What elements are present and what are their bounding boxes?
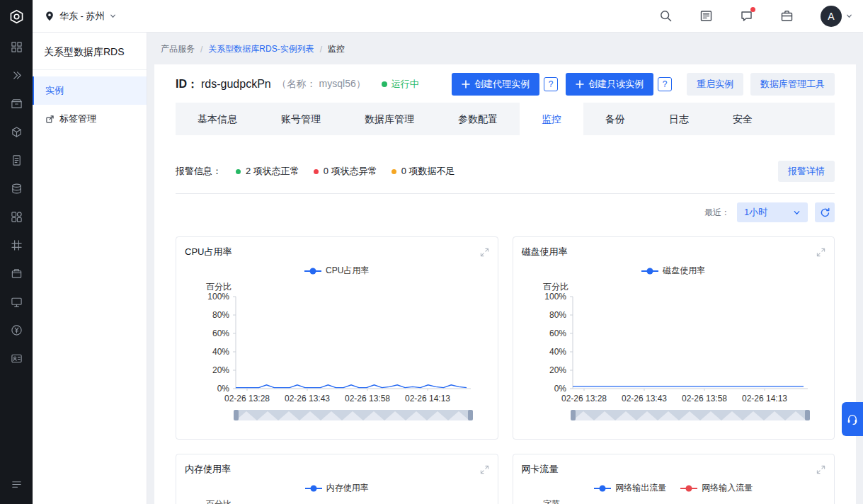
svg-text:02-26 13:28: 02-26 13:28 — [561, 394, 606, 403]
product-sidebar: 关系型数据库RDS 实例 标签管理 — [33, 33, 147, 504]
instance-actions: 创建代理实例 ? 创建只读实例 ? 重启实例 数据库管理工具 — [452, 73, 835, 96]
legend-item[interactable]: 内存使用率 — [305, 482, 369, 494]
tab-parameter-config[interactable]: 参数配置 — [436, 103, 520, 135]
tab-security[interactable]: 安全 — [711, 103, 775, 135]
chart-svg: 百分比 — [185, 496, 491, 504]
breadcrumb-current: 监控 — [328, 43, 345, 55]
tab-backup[interactable]: 备份 — [583, 103, 647, 135]
expand-icon[interactable] — [816, 465, 825, 474]
nav-products-icon[interactable] — [0, 89, 33, 118]
sidebar-list: 实例 标签管理 — [33, 70, 147, 133]
alert-text: 0 项状态异常 — [324, 165, 377, 178]
breadcrumb-instance-list-link[interactable]: 关系型数据库RDS-实例列表 — [208, 43, 314, 55]
avatar[interactable]: A — [821, 6, 842, 27]
refresh-button[interactable] — [815, 202, 835, 222]
nav-list-icon[interactable] — [0, 470, 33, 498]
svg-text:20%: 20% — [549, 365, 566, 375]
region-label: 华东 - 苏州 — [59, 10, 105, 23]
chart-legend: 网络输出流量网络输入流量 — [522, 482, 826, 494]
alert-detail-button[interactable]: 报警详情 — [778, 161, 835, 182]
instance-name: （名称： mysql56） — [277, 78, 366, 91]
svg-text:百分比: 百分比 — [206, 282, 232, 292]
brand-logo[interactable] — [0, 0, 33, 33]
location-pin-icon — [44, 11, 55, 22]
create-readonly-instance-button[interactable]: 创建只读实例 — [566, 73, 653, 96]
nav-database-icon[interactable] — [0, 174, 33, 202]
expand-icon[interactable] — [480, 248, 489, 257]
legend-label: 网络输出流量 — [615, 482, 666, 494]
db-management-tool-button[interactable]: 数据库管理工具 — [750, 73, 835, 96]
chart-svg: 百分比100%80%60%40%20%0%02-26 13:2802-26 13… — [185, 278, 491, 428]
nav-media-icon[interactable] — [0, 287, 33, 316]
search-icon[interactable] — [659, 9, 673, 23]
alert-item-ok: 2 项状态正常 — [236, 165, 299, 178]
nav-dashboard-icon[interactable] — [0, 33, 33, 61]
tab-account-management[interactable]: 账号管理 — [259, 103, 343, 135]
nav-box-icon[interactable] — [0, 259, 33, 287]
chart-card-network: 网卡流量 网络输出流量网络输入流量 字节 — [513, 454, 835, 504]
legend-label: CPU占用率 — [326, 265, 369, 277]
legend-item[interactable]: 网络输出流量 — [594, 482, 666, 494]
time-range-select[interactable]: 1小时 — [737, 202, 808, 222]
brush-handle-right[interactable] — [468, 410, 473, 420]
instance-header: ID： rds-gudpckPn （名称： mysql56） 运行中 创建代理实… — [176, 73, 835, 96]
sidebar-item-label: 标签管理 — [59, 113, 96, 125]
nav-expand-icon[interactable] — [0, 61, 33, 89]
headset-icon — [846, 413, 859, 425]
messages-icon[interactable] — [740, 9, 753, 23]
legend-label: 磁盘使用率 — [663, 265, 705, 277]
restart-instance-button[interactable]: 重启实例 — [687, 73, 743, 96]
account-menu[interactable]: A — [821, 6, 853, 27]
sidebar-item-tag-management[interactable]: 标签管理 — [33, 105, 147, 133]
svg-text:02-26 13:43: 02-26 13:43 — [285, 394, 330, 403]
chart-title: 网卡流量 — [522, 463, 559, 476]
orange-dot-icon — [392, 169, 396, 174]
green-dot-icon — [236, 169, 241, 174]
nav-account-icon[interactable] — [0, 344, 33, 372]
help-icon-button[interactable]: ? — [658, 77, 672, 91]
topbar: 华东 - 苏州 A — [33, 0, 863, 33]
expand-icon[interactable] — [816, 248, 825, 257]
legend-item[interactable]: 网络输入流量 — [680, 482, 753, 494]
console-icon[interactable] — [780, 9, 794, 23]
svg-text:100%: 100% — [207, 292, 229, 302]
left-icon-rail — [0, 0, 33, 504]
legend-item[interactable]: CPU占用率 — [304, 265, 369, 277]
tab-logs[interactable]: 日志 — [647, 103, 711, 135]
brush-handle-left[interactable] — [571, 410, 576, 420]
create-proxy-instance-button[interactable]: 创建代理实例 — [452, 73, 539, 96]
nav-command-icon[interactable] — [0, 231, 33, 259]
external-link-icon — [45, 115, 55, 124]
tab-database-management[interactable]: 数据库管理 — [343, 103, 436, 135]
nav-apps-icon[interactable] — [0, 202, 33, 231]
nav-document-icon[interactable] — [0, 146, 33, 174]
nav-billing-icon[interactable] — [0, 316, 33, 344]
breadcrumb-separator: / — [320, 45, 322, 55]
selected-range: 1小时 — [744, 206, 767, 219]
alert-item-error: 0 项状态异常 — [314, 165, 377, 178]
brush-handle-right[interactable] — [805, 410, 810, 420]
charts-grid: CPU占用率 CPU占用率 百分比100%80%60%40%20%0%02-26… — [176, 236, 835, 504]
nav-cube-icon[interactable] — [0, 118, 33, 146]
help-icon-button[interactable]: ? — [544, 77, 558, 91]
svg-text:0%: 0% — [217, 384, 230, 394]
legend-item[interactable]: 磁盘使用率 — [641, 265, 705, 277]
breadcrumb-products[interactable]: 产品服务 — [161, 43, 195, 55]
support-button[interactable] — [842, 402, 863, 436]
svg-text:02-26 13:43: 02-26 13:43 — [621, 394, 666, 403]
tab-monitoring[interactable]: 监控 — [520, 103, 583, 135]
region-selector[interactable]: 华东 - 苏州 — [33, 10, 127, 23]
svg-text:02-26 13:28: 02-26 13:28 — [224, 394, 270, 403]
tab-basic-info[interactable]: 基本信息 — [176, 103, 259, 135]
sidebar-item-label: 实例 — [45, 84, 64, 97]
chevron-down-icon — [793, 209, 801, 217]
docs-icon[interactable] — [699, 9, 713, 23]
sidebar-item-instances[interactable]: 实例 — [33, 76, 147, 105]
chart-legend: CPU占用率 — [185, 265, 489, 277]
expand-icon[interactable] — [480, 465, 489, 474]
alert-summary: 报警信息： 2 项状态正常 0 项状态异常 0 项数据不足 报警详情 — [176, 161, 835, 182]
breadcrumb: 产品服务 / 关系型数据库RDS-实例列表 / 监控 — [147, 33, 863, 64]
brush-handle-left[interactable] — [234, 410, 239, 420]
chart-title: 内存使用率 — [185, 463, 231, 476]
plus-icon — [576, 80, 584, 88]
